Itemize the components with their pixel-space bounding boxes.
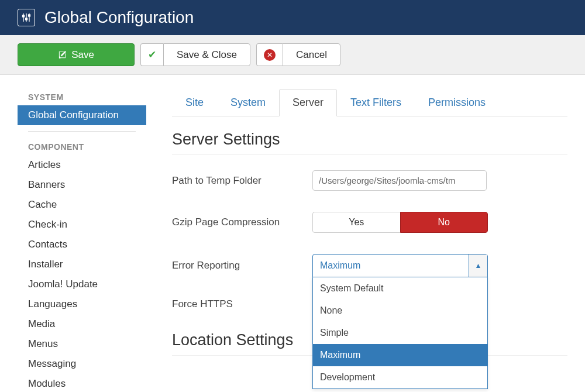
- tab-text-filters[interactable]: Text Filters: [337, 89, 415, 116]
- save-close-button[interactable]: Save & Close: [163, 43, 250, 66]
- dropdown-item-simple[interactable]: Simple: [313, 322, 487, 344]
- label-temp-folder: Path to Temp Folder: [172, 175, 312, 187]
- cancel-button[interactable]: Cancel: [283, 43, 340, 66]
- sidebar-heading-component: COMPONENT: [18, 139, 146, 155]
- check-icon: ✔: [148, 49, 156, 61]
- pencil-check-icon: [58, 50, 67, 59]
- dropdown-error-reporting: Maximum ▲ System Default None Simple Max…: [312, 254, 488, 277]
- row-temp-folder: Path to Temp Folder: [172, 160, 567, 201]
- svg-rect-5: [29, 15, 30, 16]
- sliders-icon: [18, 9, 35, 26]
- svg-rect-3: [23, 15, 25, 17]
- dropdown-item-system-default[interactable]: System Default: [313, 277, 487, 300]
- chevron-up-icon: ▲: [469, 255, 487, 277]
- tab-system[interactable]: System: [217, 89, 279, 116]
- close-icon: ✕: [264, 49, 276, 61]
- svg-rect-4: [26, 18, 27, 20]
- toolbar: Save ✔ Save & Close ✕ Cancel: [0, 35, 585, 75]
- cancel-icon-button[interactable]: ✕: [256, 43, 283, 66]
- sidebar-item-check-in[interactable]: Check-in: [18, 215, 146, 235]
- dropdown-menu-error-reporting: System Default None Simple Maximum Devel…: [312, 277, 488, 389]
- page-title: Global Configuration: [44, 8, 194, 27]
- section-server-settings: Server Settings: [172, 130, 567, 155]
- save-label: Save: [71, 49, 94, 61]
- save-button[interactable]: Save: [18, 43, 135, 66]
- sidebar-item-banners[interactable]: Banners: [18, 175, 146, 195]
- toggle-gzip-yes[interactable]: Yes: [312, 212, 400, 233]
- sidebar-heading-system: SYSTEM: [18, 89, 146, 105]
- input-temp-folder[interactable]: [312, 170, 487, 191]
- sidebar: SYSTEM Global Configuration COMPONENT Ar…: [18, 89, 158, 392]
- save-close-icon-button[interactable]: ✔: [140, 43, 163, 66]
- dropdown-value: Maximum: [313, 255, 367, 277]
- dropdown-toggle-error-reporting[interactable]: Maximum ▲: [312, 254, 488, 277]
- app-header: Global Configuration: [0, 0, 585, 35]
- content-area: Site System Server Text Filters Permissi…: [158, 89, 567, 392]
- label-error-reporting: Error Reporting: [172, 260, 312, 271]
- sidebar-item-joomla-update[interactable]: Joomla! Update: [18, 274, 146, 294]
- sidebar-item-languages[interactable]: Languages: [18, 294, 146, 314]
- sidebar-item-modules[interactable]: Modules: [18, 374, 146, 392]
- sidebar-item-installer[interactable]: Installer: [18, 255, 146, 274]
- cancel-group: ✕ Cancel: [256, 43, 340, 66]
- sidebar-divider: [28, 131, 136, 132]
- sidebar-item-media[interactable]: Media: [18, 314, 146, 334]
- tab-permissions[interactable]: Permissions: [415, 89, 499, 116]
- toggle-gzip: Yes No: [312, 212, 488, 233]
- sidebar-item-articles[interactable]: Articles: [18, 155, 146, 175]
- label-force-https: Force HTTPS: [172, 298, 312, 310]
- main-area: SYSTEM Global Configuration COMPONENT Ar…: [0, 75, 585, 392]
- sidebar-item-menus[interactable]: Menus: [18, 334, 146, 354]
- sidebar-item-contacts[interactable]: Contacts: [18, 235, 146, 255]
- sidebar-item-global-config[interactable]: Global Configuration: [18, 105, 146, 125]
- sidebar-item-messaging[interactable]: Messaging: [18, 354, 146, 374]
- save-close-group: ✔ Save & Close: [140, 43, 250, 66]
- tabs: Site System Server Text Filters Permissi…: [172, 89, 567, 116]
- toggle-gzip-no[interactable]: No: [400, 212, 488, 233]
- row-error-reporting: Error Reporting Maximum ▲ System Default…: [172, 243, 567, 288]
- dropdown-item-development[interactable]: Development: [313, 366, 487, 388]
- sidebar-item-cache[interactable]: Cache: [18, 195, 146, 215]
- row-gzip: Gzip Page Compression Yes No: [172, 201, 567, 243]
- dropdown-item-maximum[interactable]: Maximum: [313, 344, 487, 366]
- label-gzip: Gzip Page Compression: [172, 216, 312, 228]
- tab-server[interactable]: Server: [279, 89, 337, 116]
- tab-site[interactable]: Site: [172, 89, 217, 116]
- dropdown-item-none[interactable]: None: [313, 300, 487, 322]
